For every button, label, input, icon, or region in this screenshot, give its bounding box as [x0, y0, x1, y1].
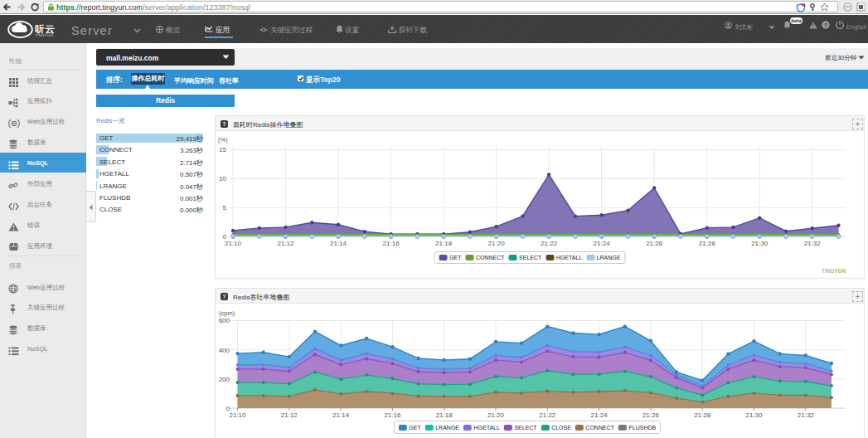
svg-text:21:10: 21:10: [225, 240, 242, 247]
svg-text:21:28: 21:28: [694, 411, 711, 419]
svg-text:21:30: 21:30: [745, 411, 763, 419]
svg-text:10: 10: [219, 175, 226, 182]
svg-text:21:26: 21:26: [643, 411, 660, 419]
svg-text:21:18: 21:18: [436, 411, 453, 419]
svg-text:21:24: 21:24: [591, 411, 609, 419]
svg-text:21:14: 21:14: [330, 240, 347, 247]
svg-text:21:16: 21:16: [384, 411, 401, 419]
svg-text:21:26: 21:26: [646, 240, 663, 247]
svg-text:21:12: 21:12: [277, 240, 294, 247]
svg-text:400: 400: [219, 347, 230, 354]
svg-text:21:32: 21:32: [798, 411, 815, 419]
svg-text:(cpm): (cpm): [219, 309, 235, 317]
svg-text:21:12: 21:12: [281, 411, 298, 419]
svg-text:21:28: 21:28: [699, 240, 716, 247]
svg-text:5: 5: [223, 204, 227, 212]
svg-text:21:14: 21:14: [332, 411, 350, 419]
svg-text:21:22: 21:22: [539, 411, 556, 419]
svg-text:21:10: 21:10: [229, 411, 246, 419]
svg-text:200: 200: [219, 376, 230, 383]
svg-text:21:32: 21:32: [804, 240, 822, 247]
svg-text:15: 15: [219, 146, 226, 153]
svg-text:21:20: 21:20: [487, 411, 505, 419]
svg-text:21:22: 21:22: [541, 240, 558, 247]
svg-text:21:24: 21:24: [594, 240, 611, 247]
svg-text:600: 600: [219, 317, 230, 324]
svg-text:?: ?: [824, 22, 828, 29]
svg-text:21:30: 21:30: [751, 240, 769, 247]
svg-text:(%): (%): [218, 136, 228, 144]
svg-text:21:16: 21:16: [383, 240, 400, 247]
svg-text:21:20: 21:20: [488, 240, 506, 247]
svg-text:21:18: 21:18: [435, 240, 453, 247]
